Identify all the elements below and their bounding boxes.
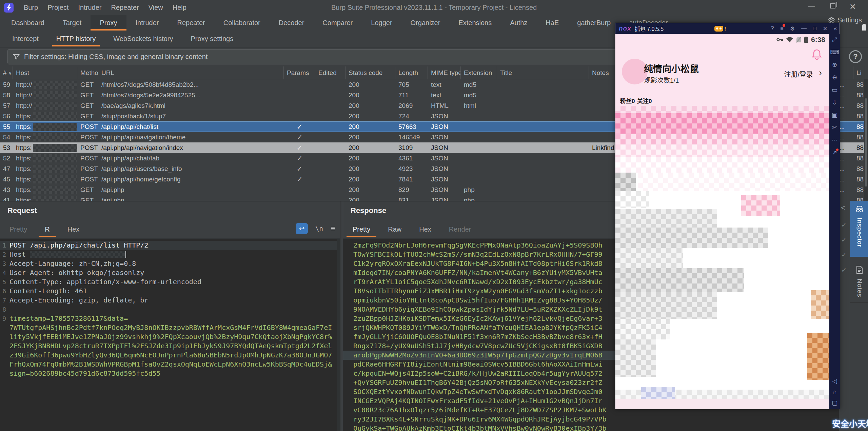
- request-view-tab[interactable]: Hex: [59, 220, 88, 238]
- request-view-tab-label: Hex: [67, 226, 80, 233]
- cell-method: GET: [77, 100, 98, 111]
- cell-title: [497, 163, 589, 174]
- main-tab-label: Target: [63, 19, 82, 27]
- register-login-link[interactable]: 注册/登录: [784, 69, 813, 79]
- cell-length: 57663: [395, 122, 428, 132]
- main-tab[interactable]: Intruder: [126, 15, 168, 31]
- menu-item[interactable]: Burp: [19, 4, 43, 12]
- column-header-extension[interactable]: Extension: [461, 66, 497, 79]
- proxy-subtab[interactable]: WebSockets history: [104, 31, 182, 47]
- response-view-tab[interactable]: Render: [440, 220, 480, 238]
- gamepad-icon[interactable]: [714, 26, 723, 32]
- panel-splitter[interactable]: [340, 201, 343, 431]
- window-restore-icon[interactable]: [830, 3, 835, 8]
- request-scrollbar[interactable]: [337, 239, 340, 431]
- word-wrap-icon[interactable]: ↩: [296, 223, 308, 234]
- table-scrollbar[interactable]: [864, 79, 868, 200]
- cell-length: 705: [395, 79, 428, 90]
- cell-host: https:: [13, 111, 77, 121]
- response-view-tab[interactable]: Hex: [410, 220, 440, 238]
- main-tab[interactable]: Repeater: [168, 15, 214, 31]
- cell-edited: [315, 184, 346, 195]
- menu-item[interactable]: View: [144, 4, 168, 12]
- column-header-length[interactable]: Length: [395, 66, 428, 79]
- cell-params-check: ✓: [284, 174, 315, 184]
- battery-icon: [804, 37, 808, 43]
- main-tab[interactable]: Comparer: [313, 15, 362, 31]
- censored-content-block: [615, 157, 829, 173]
- main-tab[interactable]: Logger: [362, 15, 401, 31]
- window-close-icon[interactable]: ✕: [847, 2, 859, 12]
- menu-item[interactable]: Help: [168, 4, 191, 12]
- request-view-tab[interactable]: R: [36, 220, 58, 238]
- main-tab[interactable]: Decoder: [270, 15, 314, 31]
- cell-params-check: [284, 184, 315, 195]
- main-tab[interactable]: HaE: [536, 15, 568, 31]
- cell-method: POST: [77, 174, 98, 184]
- main-tab-label: Comparer: [322, 19, 353, 27]
- request-line: z39Gi6Koff36pwu9YbHZlyQv36QL6qm6NcEOJnPp…: [0, 351, 340, 360]
- tab-inspector[interactable]: Inspector: [850, 201, 868, 257]
- cell-length: 146549: [395, 132, 428, 142]
- main-tab[interactable]: Organizer: [401, 15, 450, 31]
- main-tab[interactable]: Extensions: [449, 15, 501, 31]
- column-header-url[interactable]: URL: [98, 66, 284, 79]
- main-tab[interactable]: Target: [54, 15, 91, 31]
- proxy-subtab[interactable]: Proxy settings: [182, 31, 242, 47]
- column-header-params[interactable]: Params: [284, 66, 315, 79]
- menu-item[interactable]: Intruder: [74, 4, 106, 12]
- column-header-title[interactable]: Title: [497, 66, 589, 79]
- cell-host: http://: [13, 79, 77, 90]
- line-number-gutter: [343, 250, 350, 259]
- response-view-tab[interactable]: Raw: [379, 220, 410, 238]
- request-line: 1POST /api.php/api/chat/list HTTP/2: [0, 241, 340, 250]
- nox-titlebar[interactable]: nox 抓包 7.0.5.5 ! ?≡⚙—□✕«: [615, 23, 840, 34]
- menu-item[interactable]: Repeater: [106, 4, 143, 12]
- cell-host: https:: [13, 163, 77, 174]
- column-header-status[interactable]: Status code: [346, 66, 395, 79]
- cell-method: POST: [77, 132, 98, 142]
- column-header-host[interactable]: Host: [13, 66, 77, 79]
- nox-logo: nox: [619, 25, 631, 32]
- notification-bell-icon[interactable]: [812, 49, 822, 61]
- column-header-num[interactable]: # ∨: [0, 66, 13, 79]
- column-header-edited[interactable]: Edited: [315, 66, 346, 79]
- column-header-listener[interactable]: Li: [853, 66, 864, 79]
- proxy-subtab[interactable]: Intercept: [3, 31, 47, 47]
- fans-count[interactable]: 粉丝0: [620, 96, 635, 105]
- main-tab[interactable]: Collaborator: [214, 15, 270, 31]
- android-screen[interactable]: 6:38 纯情向小松鼠 观影次数1/1 注册/登录 › 粉丝0 关注0: [615, 34, 829, 409]
- inspector-incognito-icon: [855, 205, 864, 213]
- request-editor[interactable]: 1POST /api.php/api/chat/list HTTP/2 2Hos…: [0, 239, 340, 431]
- menu-item[interactable]: Project: [43, 4, 73, 12]
- inspector-tabs: Inspector Notes: [850, 201, 868, 431]
- window-minimize-icon[interactable]: —: [806, 2, 817, 10]
- request-view-tab[interactable]: Pretty: [1, 220, 36, 238]
- cell-title: [497, 195, 589, 201]
- column-header-method[interactable]: Method: [77, 66, 98, 79]
- main-tab[interactable]: Proxy: [91, 15, 126, 31]
- request-line: 7Accept-Encoding: gzip, deflate, br: [0, 296, 340, 305]
- proxy-subtab[interactable]: HTTP history: [47, 31, 104, 47]
- column-header-mime[interactable]: MIME type: [428, 66, 461, 79]
- line-number-gutter: [343, 305, 350, 314]
- cell-length: 724: [395, 111, 428, 121]
- cell-params-check: ✓: [284, 153, 315, 163]
- line-number-gutter: [343, 424, 350, 431]
- expand-panel-icon[interactable]: <: [841, 203, 845, 212]
- cell-mime: HTML: [428, 100, 461, 111]
- show-newlines-icon[interactable]: \n: [315, 225, 323, 232]
- editor-menu-icon[interactable]: ≡: [331, 224, 335, 233]
- main-tab[interactable]: Authz: [501, 15, 536, 31]
- main-tab[interactable]: Dashboard: [2, 15, 54, 31]
- cell-title: [497, 174, 589, 184]
- help-icon[interactable]: ?: [849, 50, 862, 63]
- follow-count[interactable]: 关注0: [637, 96, 652, 105]
- settings-label: Settings: [837, 16, 862, 24]
- tab-notes[interactable]: Notes: [850, 261, 868, 302]
- cell-num: 53: [0, 142, 13, 153]
- request-view-tab-label: R: [45, 226, 50, 233]
- response-view-tab[interactable]: Pretty: [344, 220, 379, 238]
- main-tab[interactable]: gatherBurp: [568, 15, 620, 31]
- line-number-gutter: [343, 406, 350, 415]
